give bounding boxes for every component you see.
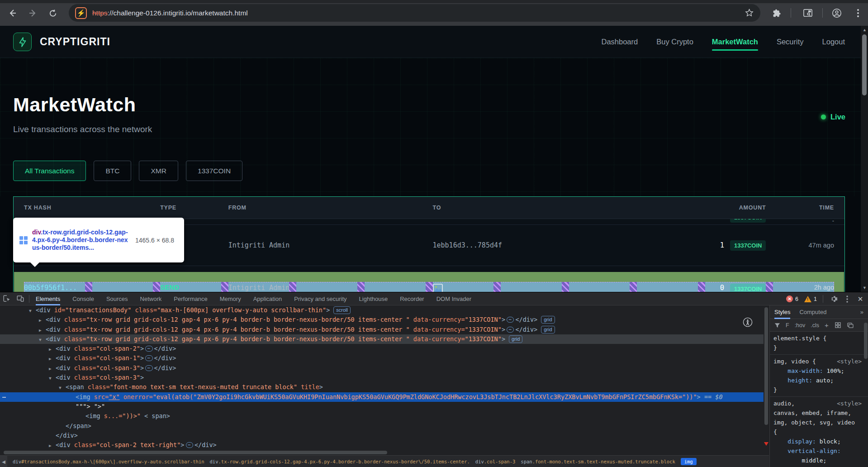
computed-panel-icon[interactable] <box>847 323 854 328</box>
layout-badge[interactable]: grid <box>541 316 555 324</box>
dom-tree-node[interactable]: <img s...="))>" < span> <box>0 411 764 421</box>
tree-vertical-scrollbar[interactable] <box>764 305 769 450</box>
dom-tree-node[interactable]: ▶<div class="tx-row grid grid-cols-12 ga… <box>0 315 764 324</box>
forward-icon[interactable] <box>26 7 39 19</box>
filter-funnel-icon[interactable] <box>774 323 780 328</box>
breadcrumb-scroll-left-icon[interactable]: ◀ <box>0 456 7 467</box>
layout-badge[interactable]: grid <box>509 335 522 343</box>
devtools-tab-lighthouse[interactable]: Lighthouse <box>359 292 388 305</box>
site-nav-item-marketwatch[interactable]: MarketWatch <box>712 38 758 46</box>
expand-arrow-icon[interactable]: ▶ <box>49 364 56 373</box>
inspected-row-overlay[interactable]: 00b5f956f1... SEND Intigriti Admin 0 133… <box>14 272 844 292</box>
scroll-up-icon[interactable]: ▲ <box>863 28 867 32</box>
css-property-line[interactable]: display: block; <box>770 437 868 446</box>
css-selector-line[interactable]: audio,<style> <box>770 399 868 408</box>
devtools-tab-memory[interactable]: Memory <box>220 292 241 305</box>
expand-dots-button[interactable]: ⋯ <box>145 365 152 371</box>
expand-dots-button[interactable]: ⋯ <box>507 327 514 333</box>
breadcrumb-item-span[interactable]: span.font-mono.text-sm.text-nexus-muted.… <box>521 459 675 464</box>
tree-horizontal-scrollbar[interactable] <box>0 450 764 455</box>
breadcrumb-item-div[interactable]: div.tx-row.grid.grid-cols-12.gap-4.px-6.… <box>210 459 470 464</box>
page-scrollbar[interactable]: ▲ ▼ <box>861 26 868 292</box>
filter-button-btc[interactable]: BTC <box>94 161 131 181</box>
site-nav-item-buy-crypto[interactable]: Buy Crypto <box>656 38 693 46</box>
stylesheet-link[interactable]: <style> <box>837 399 862 408</box>
dom-tree-node[interactable]: ▼<div class="tx-row grid grid-cols-12 ga… <box>0 334 764 344</box>
dom-tree-node[interactable]: ▶<div class="col-span-1">⋯</div> <box>0 353 764 363</box>
expand-arrow-icon[interactable]: ▶ <box>49 354 56 363</box>
expand-arrow-icon[interactable]: ▶ <box>49 344 56 354</box>
devtools-tab-elements[interactable]: Elements <box>36 292 60 305</box>
dom-tree-node[interactable]: ▶<div class="tx-row grid grid-cols-12 ga… <box>0 325 764 334</box>
devtools-tab-sources[interactable]: Sources <box>106 292 128 305</box>
address-bar[interactable]: ⚡ https://challenge-0126.intigriti.io/ma… <box>69 4 760 22</box>
dom-tree-node[interactable]: """> ">" <box>0 402 764 411</box>
menu-kebab-icon[interactable] <box>852 7 864 19</box>
scrollbar-thumb[interactable] <box>862 34 867 95</box>
css-property-line[interactable]: vertical-align: <box>770 446 868 456</box>
devtools-tab-privacy-and-security[interactable]: Privacy and security <box>294 292 346 305</box>
dom-tree-node[interactable]: ▼<div class="col-span-3"> <box>0 373 764 382</box>
bookmark-star-icon[interactable] <box>745 8 754 18</box>
css-property-line[interactable]: height: auto; <box>770 376 868 385</box>
css-selector-line[interactable]: element.style { <box>770 334 868 343</box>
devtools-close-icon[interactable]: ✕ <box>856 293 864 305</box>
dom-tree-node[interactable]: ▼<span class="font-mono text-sm text-nex… <box>0 382 764 392</box>
devtools-tab-application[interactable]: Application <box>253 292 282 305</box>
dom-tree-node[interactable]: ▶<div class="col-span-3">⋯</div> <box>0 363 764 373</box>
url-text[interactable]: https://challenge-0126.intigriti.io/mark… <box>92 9 745 17</box>
expand-arrow-icon[interactable]: ▶ <box>49 441 56 450</box>
side-panel-search-icon[interactable] <box>802 7 814 19</box>
devtools-tab-network[interactable]: Network <box>140 292 162 305</box>
scroll-down-icon[interactable]: ▼ <box>863 286 867 290</box>
scrollbar-thumb[interactable] <box>764 307 768 425</box>
styles-filter-label[interactable]: F <box>786 322 789 329</box>
expand-dots-button[interactable]: ⋯ <box>145 346 152 352</box>
profile-avatar-icon[interactable] <box>830 7 843 19</box>
styles-scrollbar[interactable] <box>863 319 868 467</box>
toggle-class-button[interactable]: .cls <box>811 322 819 329</box>
dom-tree-node[interactable]: ▼<div id="transactionsBody" class="max-h… <box>0 305 764 315</box>
scrollbar-thumb[interactable] <box>4 451 387 454</box>
back-icon[interactable] <box>6 7 19 19</box>
devtools-tab-dom-invader[interactable]: DOM Invader <box>436 292 471 305</box>
reload-icon[interactable] <box>47 7 59 19</box>
breadcrumb-item-div[interactable]: div.col-span-3 <box>475 459 516 464</box>
more-tabs-icon[interactable]: » <box>860 309 863 315</box>
devtools-tab-console[interactable]: Console <box>72 292 94 305</box>
dom-tree-node[interactable]: ▶<div class="col-span-2">⋯</div> <box>0 344 764 353</box>
expand-arrow-icon[interactable]: ▶ <box>39 325 46 335</box>
styles-tab-styles[interactable]: Styles <box>774 305 790 319</box>
dom-tree-node[interactable]: </span> <box>0 421 764 431</box>
expand-dots-button[interactable]: ⋯ <box>186 442 193 448</box>
devtools-tab-performance[interactable]: Performance <box>174 292 207 305</box>
breadcrumb-item-div[interactable]: div#transactionsBody.max-h-\[600px\].ove… <box>13 459 204 464</box>
layout-badge[interactable]: scroll <box>333 306 351 314</box>
site-nav-item-security[interactable]: Security <box>777 38 804 46</box>
dom-tree-node[interactable]: ⋯<img src="x" onerror="eval(atob("ZmV0Y2… <box>0 392 764 402</box>
css-selector-line[interactable]: img, video {<style> <box>770 357 868 366</box>
layout-badge[interactable]: grid <box>541 326 555 334</box>
devtools-tab-recorder[interactable]: Recorder <box>400 292 424 305</box>
filter-button-1337coin[interactable]: 1337COIN <box>186 161 242 181</box>
dom-tree-node[interactable]: ▶<div class="col-span-2 text-right">⋯</d… <box>0 440 764 450</box>
styles-tab-computed[interactable]: Computed <box>799 305 826 319</box>
toggle-hover-button[interactable]: :hov <box>795 322 806 329</box>
stylesheet-link[interactable]: <style> <box>837 357 862 366</box>
inspect-cursor-icon[interactable] <box>0 292 14 305</box>
extensions-puzzle-icon[interactable] <box>770 7 783 19</box>
breadcrumb-item-img[interactable]: img <box>681 458 697 465</box>
collapse-arrow-icon[interactable]: ▼ <box>29 306 36 315</box>
css-property-line[interactable]: middle; <box>770 456 868 465</box>
css-selector-line[interactable]: canvas, embed, iframe, <box>770 408 868 418</box>
warning-triangle-icon[interactable] <box>804 296 811 302</box>
dom-tree-node[interactable]: </div> <box>0 431 764 440</box>
css-selector-line[interactable]: { <box>770 427 868 437</box>
new-style-rule-button[interactable]: + <box>825 321 829 329</box>
filter-button-all-transactions[interactable]: All Transactions <box>13 161 86 181</box>
grid-editor-icon[interactable] <box>835 322 841 328</box>
devtools-kebab-icon[interactable] <box>844 293 850 305</box>
settings-gear-icon[interactable] <box>829 293 838 305</box>
device-toolbar-icon[interactable] <box>14 292 27 305</box>
css-selector-line[interactable]: img, object, svg, video <box>770 418 868 427</box>
